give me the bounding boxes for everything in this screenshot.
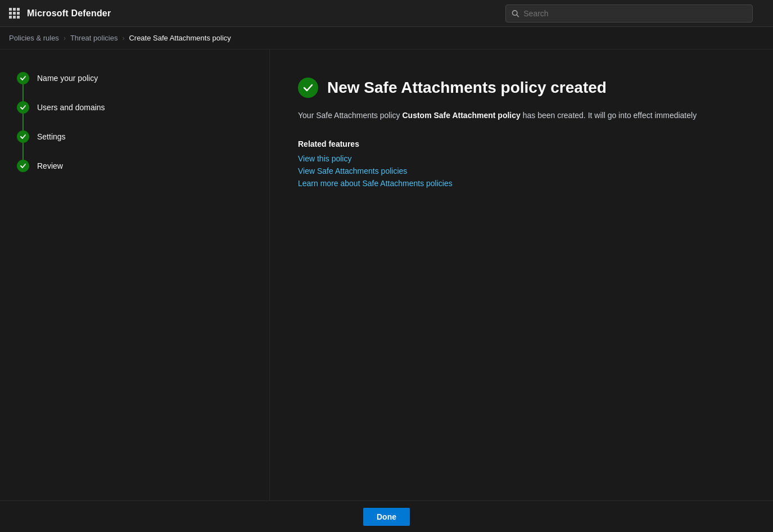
success-title: New Safe Attachments policy created bbox=[327, 79, 607, 97]
main-container: Name your policy Users and domains Setti… bbox=[0, 49, 773, 501]
app-grid-icon[interactable] bbox=[9, 8, 20, 19]
step-label-3: Settings bbox=[37, 132, 66, 141]
success-desc-prefix: Your Safe Attachments policy bbox=[298, 111, 402, 120]
breadcrumb-sep-1: › bbox=[64, 34, 66, 42]
step-check-3 bbox=[17, 130, 29, 143]
success-icon-large bbox=[298, 78, 318, 98]
learn-more-link[interactable]: Learn more about Safe Attachments polici… bbox=[298, 179, 745, 188]
success-header: New Safe Attachments policy created bbox=[298, 78, 745, 98]
related-features-section: Related features View this policy View S… bbox=[298, 139, 745, 188]
related-features-title: Related features bbox=[298, 139, 745, 148]
step-review: Review bbox=[17, 160, 252, 172]
step-name-policy: Name your policy bbox=[17, 72, 252, 84]
search-input[interactable] bbox=[523, 9, 747, 18]
view-this-policy-link[interactable]: View this policy bbox=[298, 154, 745, 163]
step-users-domains: Users and domains bbox=[17, 101, 252, 114]
step-label-1: Name your policy bbox=[37, 74, 98, 83]
breadcrumb-current: Create Safe Attachments policy bbox=[129, 34, 230, 42]
step-check-4 bbox=[17, 160, 29, 172]
done-button[interactable]: Done bbox=[363, 508, 410, 526]
success-description: Your Safe Attachments policy Custom Safe… bbox=[298, 109, 745, 121]
step-label-4: Review bbox=[37, 161, 63, 170]
view-safe-attachments-link[interactable]: View Safe Attachments policies bbox=[298, 166, 745, 175]
search-bar bbox=[505, 4, 753, 22]
app-title: Microsoft Defender bbox=[27, 8, 111, 19]
success-desc-suffix: has been created. It will go into effect… bbox=[521, 111, 697, 120]
breadcrumb-policies-rules[interactable]: Policies & rules bbox=[9, 34, 59, 42]
footer: Done bbox=[0, 501, 773, 532]
top-nav: Microsoft Defender bbox=[0, 0, 773, 27]
step-settings: Settings bbox=[17, 130, 252, 143]
breadcrumb: Policies & rules › Threat policies › Cre… bbox=[0, 27, 773, 49]
step-check-1 bbox=[17, 72, 29, 84]
step-connector-1 bbox=[22, 84, 24, 101]
content-panel: New Safe Attachments policy created Your… bbox=[270, 49, 773, 501]
search-icon bbox=[512, 10, 519, 17]
breadcrumb-sep-2: › bbox=[122, 34, 124, 42]
step-connector-2 bbox=[22, 114, 24, 130]
step-check-2 bbox=[17, 101, 29, 114]
svg-line-1 bbox=[517, 15, 518, 16]
step-connector-3 bbox=[22, 143, 24, 160]
step-label-2: Users and domains bbox=[37, 103, 105, 112]
success-policy-name: Custom Safe Attachment policy bbox=[402, 111, 520, 120]
steps-panel: Name your policy Users and domains Setti… bbox=[0, 49, 270, 501]
breadcrumb-threat-policies[interactable]: Threat policies bbox=[70, 34, 118, 42]
